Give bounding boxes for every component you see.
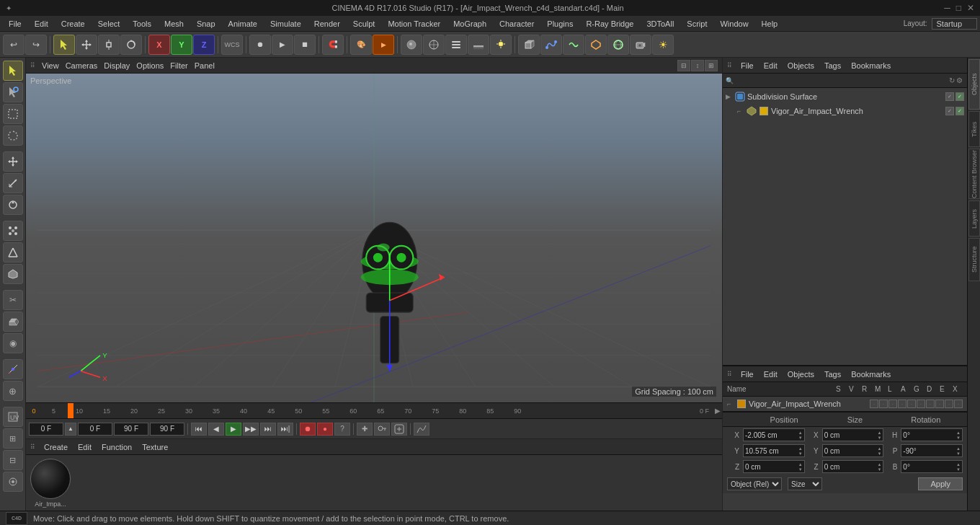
move-button[interactable] bbox=[76, 35, 97, 55]
obj-menu-tags[interactable]: Tags bbox=[821, 61, 844, 71]
edges-mode-button[interactable] bbox=[3, 242, 23, 262]
gouraud-button[interactable] bbox=[401, 35, 422, 55]
menu-3dtoall[interactable]: 3DToAll bbox=[641, 18, 680, 30]
coord-y-size-up[interactable]: ▲ ▼ bbox=[877, 446, 881, 456]
menu-mesh[interactable]: Mesh bbox=[159, 18, 190, 30]
tree-check-v[interactable]: ✓ bbox=[956, 92, 964, 101]
render-preview-button[interactable]: 🎨 bbox=[350, 35, 372, 55]
rig-tool-button[interactable]: ⊟ bbox=[3, 450, 23, 470]
extrude-tool-button[interactable] bbox=[3, 312, 23, 332]
obj-menu-objects[interactable]: Objects bbox=[785, 61, 817, 71]
next-frame-button[interactable]: ▶▶ bbox=[243, 423, 259, 436]
viewport-arrows-button[interactable]: ↕ bbox=[691, 60, 704, 71]
tab-content-browser[interactable]: Content Browser bbox=[968, 149, 980, 199]
menu-sculpt[interactable]: Sculpt bbox=[347, 18, 381, 30]
record-button[interactable]: ⏺ bbox=[300, 423, 316, 436]
rotate-button[interactable] bbox=[120, 35, 142, 55]
polygon-mode-button[interactable] bbox=[3, 264, 23, 284]
obj-icon-s[interactable]: · bbox=[870, 400, 878, 408]
go-start-button[interactable]: ⏮ bbox=[191, 423, 207, 436]
coord-y-pos-up[interactable]: ▲ ▼ bbox=[798, 446, 803, 456]
obj-icon-v[interactable]: · bbox=[879, 400, 888, 408]
tree-check-s2[interactable]: ✓ bbox=[945, 107, 954, 115]
menu-animate[interactable]: Animate bbox=[223, 18, 263, 30]
tree-check-v2[interactable]: ✓ bbox=[956, 107, 964, 115]
object-row-wrench[interactable]: ⌐ Vigor_Air_Impact_Wrench · · · · · · · bbox=[723, 397, 967, 411]
brush-tool-button[interactable]: ◉ bbox=[3, 333, 23, 353]
key-copy-button[interactable] bbox=[374, 423, 390, 436]
menu-character[interactable]: Character bbox=[494, 18, 540, 30]
menu-window[interactable]: Window bbox=[714, 18, 754, 30]
menu-file[interactable]: File bbox=[3, 18, 27, 30]
end-frame-input[interactable] bbox=[114, 423, 148, 436]
lower-obj-menu-file[interactable]: File bbox=[738, 369, 757, 379]
coord-h-rot-up[interactable]: ▲ ▼ bbox=[956, 431, 961, 440]
maximize-button[interactable]: □ bbox=[956, 3, 961, 13]
play-button[interactable]: ▶ bbox=[226, 423, 241, 436]
menu-edit[interactable]: Edit bbox=[29, 18, 54, 30]
floor-button[interactable] bbox=[468, 35, 489, 55]
scale-tool-button[interactable] bbox=[3, 173, 23, 193]
rotate-tool-button[interactable] bbox=[3, 195, 23, 215]
light-button[interactable] bbox=[490, 35, 512, 55]
mat-menu-create[interactable]: Create bbox=[41, 442, 71, 452]
joint-tool-button[interactable] bbox=[3, 472, 23, 492]
menu-script[interactable]: Script bbox=[681, 18, 713, 30]
record-help-button[interactable]: ? bbox=[334, 423, 350, 436]
obj-icon-l[interactable]: · bbox=[907, 400, 916, 408]
minimize-button[interactable]: ─ bbox=[944, 3, 950, 13]
undo-button[interactable]: ↩ bbox=[3, 35, 24, 55]
select-tool-button[interactable] bbox=[3, 61, 23, 81]
measure-tool-button[interactable] bbox=[3, 359, 23, 379]
knife-tool-button[interactable]: ✂ bbox=[3, 290, 23, 310]
free-select-button[interactable] bbox=[3, 125, 23, 146]
viewport[interactable]: Perspective bbox=[26, 74, 722, 402]
tab-layers[interactable]: Layers bbox=[968, 200, 980, 237]
obj-menu-file[interactable]: File bbox=[738, 61, 757, 71]
tree-item-wrench[interactable]: ⌐ Vigor_Air_Impact_Wrench ✓ ✓ bbox=[723, 104, 967, 118]
nurbs-button[interactable] bbox=[563, 35, 584, 55]
auto-key-button[interactable] bbox=[391, 423, 407, 436]
coord-z-size-up[interactable]: ▲ ▼ bbox=[877, 462, 881, 472]
material-tag-button[interactable]: ⊞ bbox=[3, 428, 23, 449]
apply-button[interactable]: Apply bbox=[918, 477, 963, 490]
magnet-tool-button[interactable]: ⊕ bbox=[3, 381, 23, 401]
rect-select-button[interactable] bbox=[3, 104, 23, 124]
coord-z-pos-up[interactable]: ▲ ▼ bbox=[798, 462, 803, 472]
coord-b-rot-up[interactable]: ▲ ▼ bbox=[956, 462, 961, 472]
wireframe-button[interactable] bbox=[423, 35, 445, 55]
spline-button[interactable] bbox=[540, 35, 562, 55]
live-select-button[interactable] bbox=[3, 82, 23, 102]
stop-toolbar-button[interactable]: ⏹ bbox=[294, 35, 316, 55]
tab-objects[interactable]: Objects bbox=[968, 59, 980, 110]
timeline-scroll-right[interactable]: ▶ bbox=[715, 407, 721, 415]
viewport-menu-display[interactable]: Display bbox=[101, 61, 133, 71]
go-end-button[interactable]: ⏭ bbox=[260, 423, 276, 436]
menu-snap[interactable]: Snap bbox=[191, 18, 221, 30]
viewport-menu-filter[interactable]: Filter bbox=[167, 61, 190, 71]
viewport-maximize-button[interactable]: ⊟ bbox=[677, 60, 690, 71]
coord-x-pos-up[interactable]: ▲ ▼ bbox=[798, 431, 803, 440]
layout-selector[interactable]: Startup bbox=[932, 18, 977, 30]
lower-obj-menu-bookmarks[interactable]: Bookmarks bbox=[848, 369, 894, 379]
viewport-menu-view[interactable]: View bbox=[39, 61, 62, 71]
camera-button[interactable] bbox=[630, 35, 651, 55]
record-toolbar-button[interactable]: ⏺ bbox=[249, 35, 271, 55]
obj-icon-e[interactable]: · bbox=[945, 400, 953, 408]
lower-obj-menu-objects[interactable]: Objects bbox=[785, 369, 817, 379]
coord-space-select[interactable]: Object (Rel) World Local bbox=[727, 477, 782, 490]
z-axis-button[interactable]: Z bbox=[193, 35, 215, 55]
play-toolbar-button[interactable]: ▶ bbox=[272, 35, 293, 55]
redo-button[interactable]: ↪ bbox=[25, 35, 47, 55]
menu-help[interactable]: Help bbox=[756, 18, 784, 30]
render-button[interactable]: ▶ bbox=[373, 35, 394, 55]
frame-step-up-button[interactable]: ▲ bbox=[65, 423, 76, 436]
menu-plugins[interactable]: Plugins bbox=[541, 18, 579, 30]
x-axis-button[interactable]: X bbox=[148, 35, 170, 55]
preview-end-frame-input[interactable] bbox=[150, 423, 184, 436]
mat-menu-texture[interactable]: Texture bbox=[139, 442, 171, 452]
menu-rray[interactable]: R-Ray Bridge bbox=[580, 18, 639, 30]
obj-settings-btn[interactable]: ⚙ bbox=[956, 76, 963, 84]
close-button[interactable]: ✕ bbox=[967, 3, 974, 13]
tab-structure[interactable]: Structure bbox=[968, 238, 980, 281]
